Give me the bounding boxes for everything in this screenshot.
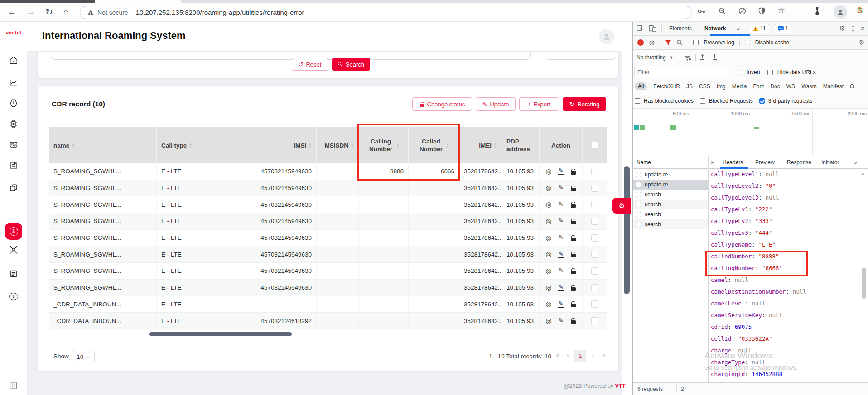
device-toolbar-icon[interactable] [649,25,657,32]
lock-icon[interactable] [569,233,578,243]
request-checkbox[interactable] [636,222,641,227]
throttling-select[interactable]: No throttling▼ [637,54,674,61]
filter-funnel-icon[interactable] [665,40,671,46]
profile-avatar[interactable] [834,5,847,19]
sidebar-item-home[interactable] [9,55,19,65]
lock-icon[interactable] [569,316,578,325]
sidebar-collapse-icon[interactable] [8,381,18,390]
more-tabs-chevron[interactable]: » [737,25,740,32]
column-header-name[interactable]: name▲▼ [49,127,157,163]
request-checkbox[interactable] [636,192,641,197]
bookmark-star-icon[interactable]: ☆ [777,5,785,15]
table-row[interactable]: S_ROAMING_SGWHL...E - LTE457032145949630… [49,196,607,213]
table-horizontal-scrollbar[interactable] [149,332,292,336]
inspect-icon[interactable] [637,25,644,32]
record-button[interactable] [637,39,644,46]
request-row[interactable]: search [633,209,708,219]
blocked-icon[interactable] [738,7,746,15]
view-icon[interactable]: ◎ [544,200,553,209]
prev-page-button[interactable]: ‹ [567,351,569,358]
view-icon[interactable]: ◎ [544,316,553,325]
messages-badge[interactable]: 1 [775,24,792,33]
edit-icon[interactable]: ✎ [556,233,565,243]
table-row[interactable]: S_ROAMING_SGWHL...E - LTE457032145949630… [49,246,607,263]
detail-scrollbar-thumb[interactable] [862,268,866,299]
sort-icon[interactable]: ▲▼ [72,143,75,148]
sidebar-item-documents[interactable] [9,161,19,171]
preserve-log-checkbox[interactable] [693,40,699,45]
current-page-button[interactable]: 1 [574,350,586,362]
edit-icon[interactable]: ✎ [556,267,565,276]
row-checkbox[interactable] [591,185,598,192]
row-checkbox[interactable] [591,284,598,291]
chip-manifest[interactable]: Manifest [823,83,844,90]
name-column-header[interactable]: Name [637,159,651,166]
sort-icon[interactable]: ▲▼ [494,143,497,148]
row-checkbox[interactable] [591,267,598,275]
request-row[interactable]: update-re... [633,170,708,180]
chip-fetch-xhr[interactable]: Fetch/XHR [653,83,680,90]
detail-tab-response[interactable]: Response [787,159,811,166]
shield-icon[interactable] [758,7,765,15]
request-checkbox[interactable] [636,202,641,207]
request-row-selected[interactable]: update-re... [633,180,708,190]
lock-icon[interactable] [569,250,578,259]
view-icon[interactable]: ◎ [544,283,553,292]
lock-icon[interactable] [569,267,578,276]
request-checkbox[interactable] [636,172,641,177]
view-icon[interactable]: ◎ [544,267,553,276]
clear-icon[interactable]: ⊘ [649,38,655,47]
sort-icon[interactable]: ▲▼ [351,143,354,148]
row-checkbox[interactable] [591,234,598,242]
tab-network[interactable]: Network [704,25,726,32]
table-row[interactable]: S_ROAMING_SGWHL...E - LTE457032145949630… [49,263,607,280]
sidebar-item-messages[interactable] [9,140,19,150]
view-icon[interactable]: ◎ [544,184,553,193]
column-header-imsi[interactable]: IMSI▲▼ [216,127,317,163]
table-row[interactable]: S_ROAMING_SGWHL...E - LTE457032145949630… [49,180,607,197]
request-checkbox[interactable] [636,182,641,187]
chip-js[interactable]: JS [686,83,693,90]
sidebar-item-system-config[interactable] [9,119,19,129]
column-header-call-type[interactable]: Call type▲▼ [157,127,216,163]
sidebar-item-reports-chart[interactable] [9,78,19,88]
row-checkbox[interactable] [591,251,598,258]
request-row[interactable]: search [633,200,708,209]
change-status-button[interactable]: Change status [412,97,472,111]
forward-button[interactable]: → [26,4,35,19]
address-bar[interactable]: Not secure 10.207.252.135:8200/roaming-a… [80,6,692,19]
hide-data-urls-checkbox[interactable] [767,70,773,75]
edit-icon[interactable]: ✎ [556,217,565,226]
lock-icon[interactable] [569,300,578,309]
column-header-imei[interactable]: IMEI▲▼ [459,127,502,163]
invert-checkbox[interactable] [737,70,742,75]
tab-elements[interactable]: Elements [669,25,692,32]
devtools-settings-gear-icon[interactable]: ⚙ [839,24,845,33]
view-icon[interactable]: ◎ [544,233,553,243]
table-row[interactable]: S_ROAMING_SGWHL...E - LTE457032145949630… [49,213,607,230]
request-checkbox[interactable] [636,212,641,217]
edit-icon[interactable]: ✎ [556,200,565,209]
edit-icon[interactable]: ✎ [556,300,565,309]
lock-icon[interactable] [569,200,578,209]
search-network-icon[interactable] [676,39,683,46]
floating-settings-button[interactable]: ⚙ [612,198,631,214]
sidebar-item-billing-active[interactable]: $ [5,223,22,240]
sidebar-item-files[interactable] [9,183,19,193]
edit-icon[interactable]: ✎ [556,283,565,292]
home-button[interactable]: ⌂ [63,4,68,19]
view-icon[interactable]: ◎ [544,250,553,259]
lock-icon[interactable] [569,167,578,176]
third-party-requests-checkbox[interactable] [759,98,765,104]
edit-icon[interactable]: ✎ [556,167,565,176]
chip-other[interactable]: O [850,83,854,90]
table-row[interactable]: _CDR_DATA_INBOUN...E - LTE45703212461829… [49,313,607,329]
chip-media[interactable]: Media [732,83,747,90]
chip-img[interactable]: Img [717,83,726,90]
chip-css[interactable]: CSS [699,83,710,90]
rerating-button[interactable]: ↻ Rerating [563,97,606,111]
column-header-msisdn[interactable]: MSISDN▲▼ [317,127,359,163]
disable-cache-checkbox[interactable] [745,40,750,45]
timeline-overview[interactable]: 500 ms 1000 ms 1500 ms 2000 ms [633,109,868,156]
network-settings-gear-icon[interactable]: ⚙ [859,38,865,47]
